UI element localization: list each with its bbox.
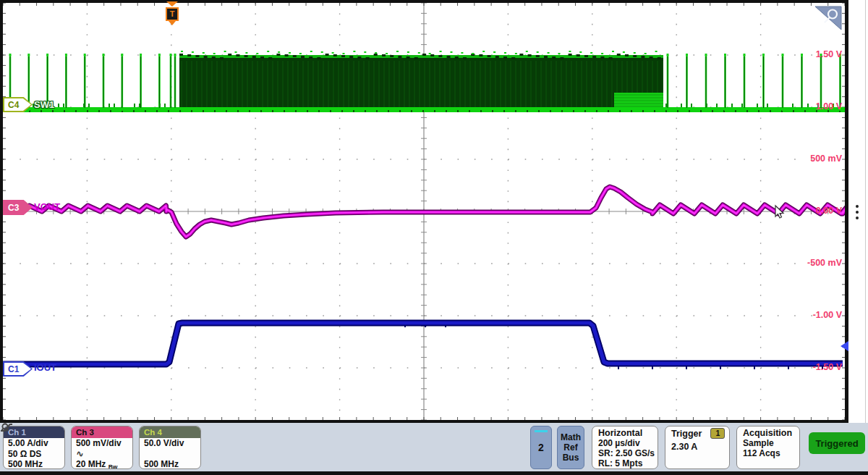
horizontal-settings-badge[interactable]: Horizontal 200 µs/div SR: 2.50 GS/s RL: … — [592, 426, 658, 469]
ref-label: Ref — [563, 442, 577, 453]
cyan-indicator — [535, 430, 548, 432]
acquisition-mode: Sample — [737, 438, 799, 448]
ch4-header: Ch 4 — [140, 426, 200, 438]
triggered-status-badge: Triggered — [809, 432, 865, 454]
ch1-coupling: 50 Ω DS — [4, 449, 64, 460]
channel-badge-ch1[interactable]: Ch 1 5.00 A/div 50 Ω DS 500 MHz — [3, 426, 65, 469]
ch4-bandwidth: 500 MHz — [140, 459, 200, 470]
trigger-level-value: 2.30 A — [671, 442, 697, 452]
acquisition-title: Acquisition — [737, 426, 799, 438]
acquisition-settings-badge[interactable]: Acquisition Sample 112 Acqs — [736, 426, 800, 469]
ac-coupling-icon: ∿ — [76, 450, 84, 458]
bw-limit-badge: Bw — [109, 463, 118, 469]
ch1-scale: 5.00 A/div — [4, 438, 64, 449]
channel-badge-ch3[interactable]: Ch 3 500 mV/div ∿ 20 MHz Bw — [71, 426, 133, 469]
scale-label: 500 mV — [810, 154, 842, 164]
acquisition-count: 112 Acqs — [737, 448, 799, 458]
waveform-name-vout: VOUT — [34, 201, 60, 212]
ch3-header: Ch 3 — [72, 426, 132, 438]
scale-label: 1.50 V — [816, 49, 842, 59]
ch1-bandwidth: 500 MHz — [4, 459, 64, 469]
math-ref-bus-button[interactable]: Math Ref Bus — [557, 426, 584, 469]
gutter-divider — [865, 0, 866, 423]
channel-badge-ch4[interactable]: Ch 4 50.0 V/div 500 MHz — [139, 426, 201, 469]
math-label: Math — [561, 432, 581, 442]
zoom-factor-button[interactable]: 2 — [530, 426, 552, 469]
oscilloscope-screen: T C4 C3 C1 SW1 VOUT IOUT 1.50 V 1.00 V 5… — [0, 0, 868, 475]
waveform-name-iout: IOUT — [34, 362, 56, 373]
waveform-display[interactable] — [0, 0, 868, 423]
trigger-arrow-icon — [166, 1, 178, 7]
zoom-factor-value: 2 — [538, 442, 544, 453]
record-length: RL: 5 Mpts — [592, 458, 658, 468]
bottom-status-bar: Ch 1 5.00 A/div 50 Ω DS 500 MHz Ch 3 500… — [0, 423, 868, 475]
trigger-subarrow-icon — [169, 21, 176, 25]
ch4-sw1-trace[interactable] — [3, 51, 845, 112]
ch1-iout-trace[interactable] — [3, 323, 843, 369]
trigger-source-badge: 1 — [710, 428, 725, 439]
sample-rate: SR: 2.50 GS/s — [592, 448, 658, 458]
ch3-scale: 500 mV/div — [72, 438, 132, 449]
scale-label: 0.00 V — [816, 206, 842, 216]
scale-label: -1.50 V — [813, 362, 842, 372]
channel-tag-c4[interactable]: C4 — [3, 97, 33, 112]
scale-label: -500 mV — [807, 258, 842, 268]
zoom-corner-control[interactable] — [815, 7, 841, 30]
trigger-t-icon: T — [166, 7, 179, 21]
channel-tag-c1[interactable]: C1 — [3, 361, 33, 377]
more-options-icon[interactable] — [856, 205, 859, 219]
trigger-position-marker[interactable]: T — [164, 1, 180, 25]
ch4-scale: 50.0 V/div — [140, 438, 200, 449]
scale-label: -1.00 V — [813, 310, 842, 320]
horizontal-scale: 200 µs/div — [592, 438, 658, 448]
waveform-name-sw1: SW1 — [34, 99, 54, 110]
ch3-bandwidth: 20 MHz Bw — [72, 459, 132, 470]
channel-tag-c3[interactable]: C3 — [3, 200, 33, 215]
horizontal-title: Horizontal — [592, 426, 658, 438]
scale-label: 1.00 V — [816, 101, 842, 112]
ch3-freq: 20 MHz — [76, 459, 106, 469]
trigger-settings-badge[interactable]: Trigger 1 2.30 A — [665, 426, 730, 469]
trigger-title: Trigger — [671, 429, 702, 439]
bus-label: Bus — [563, 453, 579, 463]
